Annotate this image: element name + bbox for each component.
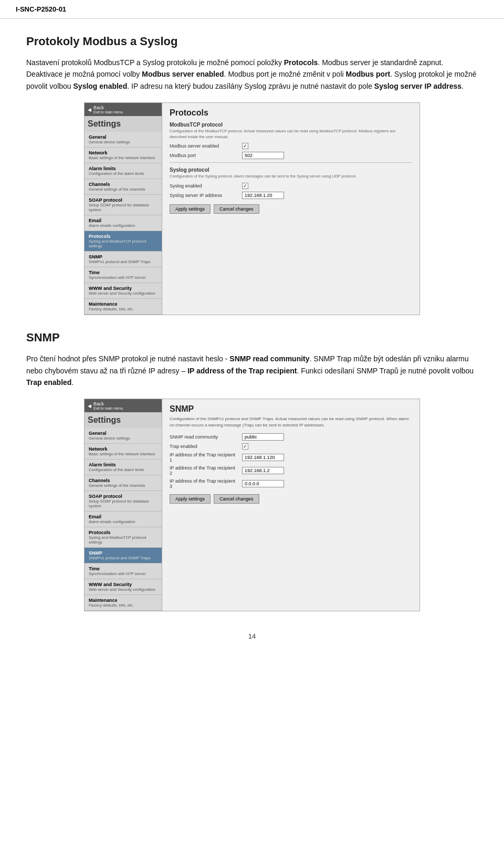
panel2-sidebar-item-snmp[interactable]: SNMP SNMPv1 protocol and SNMP Traps	[85, 548, 162, 564]
panel1-sidebar-item-general[interactable]: General General device settings	[85, 132, 162, 148]
panel1-sidebar-item-channels[interactable]: Channels General settings of the channel…	[85, 179, 162, 195]
panel1-modbus-title: ModbusTCP protocol	[170, 122, 412, 128]
section2-title: SNMP	[26, 331, 478, 345]
panel2-trap-enabled-label: Trap enabled	[170, 444, 238, 449]
section1-paragraph: Nastavení protokolů ModbusTCP a Syslog p…	[26, 57, 478, 92]
panel2-sidebar-item-channels[interactable]: Channels General settings of the channel…	[85, 475, 162, 491]
panel1-sidebar-item-time[interactable]: Time Synchronization with NTP server	[85, 267, 162, 283]
page-number: 14	[26, 622, 478, 651]
page-content: Protokoly Modbus a Syslog Nastavení prot…	[0, 19, 504, 666]
panel1-back-bar[interactable]: ◀ Back Exit to main menu	[85, 103, 162, 116]
panel2-trap-enabled-checkbox[interactable]: ✓	[242, 443, 248, 450]
panel1-syslog-ip-row: Syslog server IP address 192.168.1.20	[170, 192, 412, 199]
panel2-sidebar-item-email[interactable]: Email Alarm emails configuration	[85, 512, 162, 527]
panel1-back-label: Back	[93, 105, 123, 110]
panel2-trap2-input[interactable]: 192.168.1.2	[242, 467, 284, 474]
panel1-syslog-enabled-checkbox[interactable]: ✓	[242, 183, 248, 189]
panel2-sidebar-item-general[interactable]: General General device settings	[85, 428, 162, 444]
panel2-settings-label-area: Settings	[85, 412, 162, 428]
panel2-trap-enabled-row: Trap enabled ✓	[170, 443, 412, 450]
panel1-sidebar-item-soap[interactable]: SOAP protocol Setup SOAP protocol for da…	[85, 195, 162, 215]
panel2-sidebar-item-soap[interactable]: SOAP protocol Setup SOAP protocol for da…	[85, 491, 162, 512]
panel2-sidebar-item-time[interactable]: Time Synchronization with NTP server	[85, 564, 162, 579]
panel1-syslog-desc: Configuration of the Syslog protocol. Al…	[170, 174, 412, 180]
panel2-trap1-row: IP address of the Trap recipient 1 192.1…	[170, 452, 412, 463]
panel1-sidebar-item-maintenance[interactable]: Maintenance Factory defaults, info, etc.	[85, 299, 162, 315]
panel2-btn-row: Apply settings Cancel changes	[170, 494, 412, 504]
panel1-settings-label-area: Settings	[85, 116, 162, 132]
panel1-modbus-desc: Configuration of the ModbusTCP protocol.…	[170, 129, 412, 140]
panel2-main-title: SNMP	[170, 404, 412, 414]
panel1-btn-row: Apply settings Cancel changes	[170, 204, 412, 214]
panel1-modbus-section: ModbusTCP protocol Configuration of the …	[170, 122, 412, 159]
panel2-cancel-btn[interactable]: Cancel changes	[214, 494, 259, 504]
panel1-modbus-enabled-checkbox[interactable]: ✓	[242, 143, 248, 149]
panel1-apply-btn[interactable]: Apply settings	[170, 204, 211, 214]
panel1-modbus-enabled-label: Modbus server enabled	[170, 143, 238, 149]
section1: Protokoly Modbus a Syslog Nastavení prot…	[26, 35, 478, 92]
panel2-trap2-row: IP address of the Trap recipient 2 192.1…	[170, 465, 412, 476]
panel1-back-desc: Exit to main menu	[93, 110, 123, 114]
panel1-sidebar-item-alarm[interactable]: Alarm limits Configuration of the alarm …	[85, 163, 162, 179]
panel2-trap2-label: IP address of the Trap recipient 2	[170, 465, 238, 476]
panel2-community-input[interactable]: public	[242, 433, 284, 441]
panel2-sidebar-item-www[interactable]: WWW and Security Web server and Security…	[85, 579, 162, 595]
panel2-back-desc: Exit to main menu	[93, 406, 123, 410]
panel2-sidebar: ◀ Back Exit to main menu Settings Genera…	[85, 399, 162, 611]
section2: SNMP Pro čtení hodnot přes SNMP protokol…	[26, 331, 478, 388]
header-title: I-SNC-P2520-01	[16, 5, 66, 13]
panel2-community-label: SNMP read community	[170, 434, 238, 440]
panel2-back-arrow: ◀	[88, 403, 91, 409]
section1-title: Protokoly Modbus a Syslog	[26, 35, 478, 48]
panel1-divider	[170, 162, 412, 163]
panel2-main-desc: Configuration of the SNMPv1 protocol and…	[170, 416, 412, 427]
panel1-main-title: Protocols	[170, 108, 412, 118]
panel1-back-arrow: ◀	[88, 107, 91, 112]
panel2-community-row: SNMP read community public	[170, 433, 412, 441]
panel2-sidebar-item-maintenance[interactable]: Maintenance Factory defaults, info, etc.	[85, 595, 162, 611]
section2-paragraph: Pro čtení hodnot přes SNMP protokol je n…	[26, 353, 478, 388]
panel1-modbus-port-label: Modbus port	[170, 153, 238, 158]
panel2-trap3-input[interactable]: 0.0.0.0	[242, 480, 284, 487]
panel1-syslog-ip-input[interactable]: 192.168.1.20	[242, 192, 284, 199]
panel2-apply-btn[interactable]: Apply settings	[170, 494, 211, 504]
panel1-syslog-section: Syslog protocol Configuration of the Sys…	[170, 167, 412, 199]
panel1-syslog-enabled-row: Syslog enabled ✓	[170, 183, 412, 189]
panel1-sidebar-item-protocols[interactable]: Protocols Syslog and ModbusTCP protocol …	[85, 231, 162, 252]
panel1-modbus-port-row: Modbus port 502	[170, 152, 412, 159]
panel2-back-bar[interactable]: ◀ Back Exit to main menu	[85, 399, 162, 412]
panel2-settings-label: Settings	[88, 412, 121, 428]
panel2-trap1-label: IP address of the Trap recipient 1	[170, 452, 238, 463]
panel2: ◀ Back Exit to main menu Settings Genera…	[84, 399, 420, 611]
panel2-trap1-input[interactable]: 192.168.1.120	[242, 454, 284, 461]
panel1-modbus-port-input[interactable]: 502	[242, 152, 284, 159]
panel1-sidebar-item-snmp[interactable]: SNMP SNMPv1 protocol and SNMP Traps	[85, 252, 162, 267]
panel1-sidebar: ◀ Back Exit to main menu Settings Genera…	[85, 103, 162, 315]
panel1-cancel-btn[interactable]: Cancel changes	[214, 204, 259, 214]
panel1-syslog-ip-label: Syslog server IP address	[170, 193, 238, 198]
panel1-main: Protocols ModbusTCP protocol Configurati…	[162, 103, 419, 315]
panel2-sidebar-item-network[interactable]: Network Basic settings of the network in…	[85, 444, 162, 460]
panel1: ◀ Back Exit to main menu Settings Genera…	[84, 102, 420, 315]
panel1-sidebar-item-email[interactable]: Email Alarm emails configuration	[85, 215, 162, 231]
panel2-main: SNMP Configuration of the SNMPv1 protoco…	[162, 399, 419, 611]
panel1-syslog-enabled-label: Syslog enabled	[170, 183, 238, 189]
panel2-back-label: Back	[93, 401, 123, 406]
panel2-trap3-row: IP address of the Trap recipient 3 0.0.0…	[170, 478, 412, 489]
panel1-settings-label: Settings	[88, 116, 121, 132]
panel2-trap3-label: IP address of the Trap recipient 3	[170, 478, 238, 489]
panel1-sidebar-item-network[interactable]: Network Basic settings of the network in…	[85, 148, 162, 163]
panel1-syslog-title: Syslog protocol	[170, 167, 412, 173]
panel2-sidebar-item-alarm[interactable]: Alarm limits Configuration of the alarm …	[85, 460, 162, 475]
panel1-modbus-enabled-row: Modbus server enabled ✓	[170, 143, 412, 149]
panel2-sidebar-item-protocols[interactable]: Protocols Syslog and ModbusTCP protocol …	[85, 527, 162, 548]
page-header: I-SNC-P2520-01	[0, 0, 504, 19]
panel1-sidebar-item-www[interactable]: WWW and Security Web server and Security…	[85, 283, 162, 299]
